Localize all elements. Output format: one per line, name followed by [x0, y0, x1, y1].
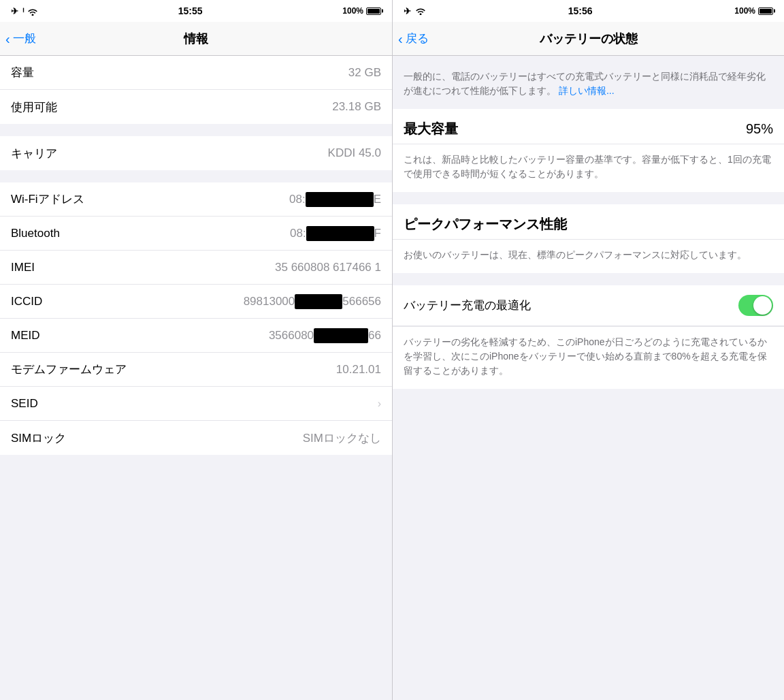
bt-redacted	[306, 226, 374, 241]
peak-performance-row: ピークパフォーマンス性能	[393, 204, 784, 240]
imei-value: 35 660808 617466 1	[275, 261, 381, 274]
network-section: Wi-Fiアドレス 08: E Bluetooth 08: F IMEI 35 …	[0, 182, 392, 455]
bluetooth-value: 08: F	[290, 226, 381, 241]
wifi-suffix: E	[374, 193, 381, 206]
status-time-right: 15:56	[568, 5, 593, 16]
iccid-label: ICCID	[11, 295, 42, 308]
intro-text: 一般的に、電話のバッテリーはすべての充電式バッテリーと同様に消耗品で経年劣化が進…	[404, 69, 773, 98]
peak-performance-label: ピークパフォーマンス性能	[404, 217, 567, 232]
status-left-icons-right: ✈	[404, 6, 426, 16]
battery-pct-right: 100%	[734, 6, 755, 16]
available-value: 23.18 GB	[332, 100, 381, 114]
iccid-redacted	[295, 294, 342, 309]
wifi-redacted	[306, 192, 374, 207]
back-label-right: 戻る	[406, 31, 429, 46]
status-time-left: 15:55	[178, 5, 203, 16]
wifi-address-label: Wi-Fiアドレス	[11, 191, 84, 207]
capacity-value: 32 GB	[348, 66, 381, 80]
capacity-description: これは、新品時と比較したバッテリー容量の基準です。容量が低下すると、1回の充電で…	[404, 153, 773, 181]
table-row: ICCID 89813000 566656	[0, 285, 392, 319]
seid-label: SEID	[11, 397, 38, 411]
modem-label: モデムファームウェア	[11, 362, 127, 377]
right-content: 一般的に、電話のバッテリーはすべての充電式バッテリーと同様に消耗品で経年劣化が進…	[393, 56, 784, 700]
peak-performance-description: お使いのバッテリーは、現在、標準のピークパフォーマンスに対応しています。	[404, 248, 773, 262]
meid-redacted	[314, 328, 368, 343]
nav-bar-left: ‹ 一般 情報	[0, 22, 392, 56]
iccid-suffix: 566656	[342, 295, 381, 308]
available-label: 使用可能	[11, 99, 57, 115]
table-row: MEID 3566080 66	[0, 319, 392, 353]
table-row: IMEI 35 660808 617466 1	[0, 251, 392, 285]
airplane-icon-right: ✈	[404, 6, 411, 16]
meid-suffix: 66	[368, 329, 381, 343]
meid-prefix: 3566080	[269, 329, 314, 343]
capacity-description-block: これは、新品時と比較したバッテリー容量の基準です。容量が低下すると、1回の充電で…	[393, 144, 784, 192]
bluetooth-label: Bluetooth	[11, 227, 60, 240]
back-button-left[interactable]: ‹ 一般	[5, 31, 36, 46]
bt-suffix: F	[374, 227, 381, 240]
max-capacity-value: 95%	[746, 121, 773, 137]
status-right-left: 100%	[342, 6, 381, 16]
battery-icon-right	[758, 7, 773, 15]
max-capacity-section: 最大容量 95% これは、新品時と比較したバッテリー容量の基準です。容量が低下す…	[393, 109, 784, 192]
nav-bar-right: ‹ 戻る バッテリーの状態	[393, 22, 784, 56]
nav-title-right: バッテリーの状態	[540, 31, 638, 47]
wifi-prefix: 08:	[289, 193, 306, 206]
intro-description: 一般的に、電話のバッテリーはすべての充電式バッテリーと同様に消耗品で経年劣化が進…	[393, 56, 784, 109]
battery-pct-left: 100%	[342, 6, 363, 16]
iccid-value: 89813000 566656	[244, 294, 381, 309]
table-row: Wi-Fiアドレス 08: E	[0, 182, 392, 217]
table-row: キャリア KDDI 45.0	[0, 136, 392, 170]
simlock-row: SIMロック SIMロックなし	[0, 421, 392, 455]
meid-value: 3566080 66	[269, 328, 381, 343]
optimize-toggle[interactable]	[738, 295, 773, 316]
wifi-icon-right	[415, 7, 426, 15]
nav-title-left: 情報	[184, 31, 208, 47]
peak-performance-desc-block: お使いのバッテリーは、現在、標準のピークパフォーマンスに対応しています。	[393, 240, 784, 273]
meid-label: MEID	[11, 329, 40, 343]
battery-icon-left	[366, 7, 381, 15]
storage-section: 容量 32 GB 使用可能 23.18 GB	[0, 56, 392, 124]
wifi-address-value: 08: E	[289, 192, 381, 207]
seid-row[interactable]: SEID ›	[0, 387, 392, 421]
table-row: 容量 32 GB	[0, 56, 392, 90]
optimize-description-block: バッテリーの劣化を軽減するため、このiPhoneが日ごろどのように充電されている…	[393, 326, 784, 389]
status-left-icons: ✈ ᵎ	[11, 5, 38, 16]
status-right-right: 100%	[734, 6, 773, 16]
iccid-prefix: 89813000	[244, 295, 295, 308]
carrier-value: KDDI 45.0	[328, 146, 381, 160]
max-capacity-row: 最大容量 95%	[393, 109, 784, 144]
table-row: 使用可能 23.18 GB	[0, 90, 392, 124]
chevron-left-icon-right: ‹	[398, 32, 403, 46]
chevron-left-icon: ‹	[5, 32, 10, 46]
imei-label: IMEI	[11, 261, 35, 274]
modem-value: 10.21.01	[336, 363, 381, 377]
optimize-toggle-row: バッテリー充電の最適化	[393, 285, 784, 326]
carrier-section: キャリア KDDI 45.0	[0, 136, 392, 170]
back-button-right[interactable]: ‹ 戻る	[398, 31, 429, 46]
wifi-icon: ᵎ	[22, 5, 38, 16]
capacity-label: 容量	[11, 65, 34, 80]
simlock-value: SIMロックなし	[303, 430, 381, 446]
chevron-right-icon: ›	[378, 398, 381, 410]
simlock-label: SIMロック	[11, 430, 66, 446]
optimize-section: バッテリー充電の最適化 バッテリーの劣化を軽減するため、このiPhoneが日ごろ…	[393, 285, 784, 389]
back-label-left: 一般	[13, 31, 36, 46]
intro-link[interactable]: 詳しい情報...	[559, 85, 615, 96]
peak-performance-section: ピークパフォーマンス性能 お使いのバッテリーは、現在、標準のピークパフォーマンス…	[393, 204, 784, 273]
table-row: Bluetooth 08: F	[0, 217, 392, 251]
table-row: モデムファームウェア 10.21.01	[0, 353, 392, 387]
optimize-description: バッテリーの劣化を軽減するため、このiPhoneが日ごろどのように充電されている…	[404, 335, 773, 378]
status-bar-left: ✈ ᵎ 15:55 100%	[0, 0, 392, 22]
status-bar-right: ✈ 15:56 100%	[393, 0, 784, 22]
max-capacity-label: 最大容量	[404, 120, 458, 138]
bt-prefix: 08:	[290, 227, 306, 240]
left-panel: ✈ ᵎ 15:55 100% ‹ 一般 情報	[0, 0, 392, 700]
carrier-label: キャリア	[11, 146, 57, 161]
right-panel: ✈ 15:56 100% ‹ 戻る バッテリーの状態 一般的に、電話のバッテリ	[392, 0, 784, 700]
left-content: 容量 32 GB 使用可能 23.18 GB キャリア KDDI 45.0 Wi…	[0, 56, 392, 700]
optimize-label: バッテリー充電の最適化	[404, 298, 531, 313]
airplane-icon: ✈	[11, 6, 18, 16]
